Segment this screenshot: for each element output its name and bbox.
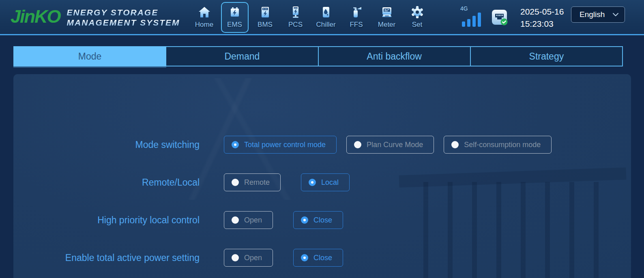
nav-label: Meter: [378, 21, 395, 29]
radio-selected-icon: [232, 141, 239, 148]
option-label: Open: [244, 254, 262, 262]
ems-icon: [228, 5, 242, 19]
radio-selected-icon: [309, 179, 316, 186]
form-row-remote-local: Remote/Local Remote Local: [13, 173, 631, 191]
ffs-icon: [349, 5, 364, 19]
option-label: Plan Curve Mode: [367, 141, 423, 149]
nav-item-set[interactable]: Set: [404, 2, 431, 33]
time-text: 15:23:03: [520, 18, 564, 30]
nav-label: Set: [412, 21, 423, 29]
signal-bars-icon: [459, 12, 483, 27]
nav-label: PCS: [288, 21, 303, 29]
nav-item-home[interactable]: Home: [191, 2, 218, 33]
option-open[interactable]: Open: [224, 211, 273, 229]
option-group: Open Close: [224, 249, 343, 267]
form-row-label: Enable total active power setting: [13, 252, 200, 263]
tab-demand[interactable]: Demand: [165, 46, 318, 66]
nav-item-ffs[interactable]: FFS: [343, 2, 370, 33]
tab-mode[interactable]: Mode: [13, 46, 166, 66]
form-row-label: Remote/Local: [13, 177, 200, 188]
system-title-line2: MANAGEMENT SYSTEM: [67, 17, 180, 28]
bms-icon: [258, 5, 273, 19]
date-text: 2025-05-16: [520, 6, 564, 18]
form-row-mode-switching: Mode switching Total power control mode …: [13, 136, 631, 154]
option-open[interactable]: Open: [224, 249, 273, 267]
meter-icon: [380, 5, 394, 19]
option-label: Self-consumption mode: [464, 141, 541, 149]
tab-label: Demand: [224, 51, 260, 62]
chiller-icon: [319, 5, 333, 19]
option-label: Close: [313, 254, 332, 262]
chevron-down-icon: [612, 13, 619, 17]
gear-icon: [410, 5, 425, 19]
radio-selected-icon: [301, 254, 308, 261]
datetime-display: 2025-05-16 15:23:03: [520, 6, 564, 30]
cellular-status: 4G: [459, 6, 484, 28]
option-local[interactable]: Local: [301, 173, 350, 191]
tab-label: Strategy: [529, 51, 564, 62]
ethernet-status: [491, 9, 509, 26]
mode-settings-form: Mode switching Total power control mode …: [13, 136, 631, 267]
tab-strategy[interactable]: Strategy: [470, 46, 623, 66]
tab-bar: Mode Demand Anti backflow Strategy: [13, 46, 623, 66]
radio-unselected-icon: [451, 141, 459, 148]
option-group: Open Close: [224, 211, 343, 229]
ethernet-connected-icon: [491, 9, 509, 26]
radio-unselected-icon: [232, 216, 239, 224]
network-type-label: 4G: [460, 5, 468, 12]
system-title: ENERGY STORAGE MANAGEMENT SYSTEM: [67, 7, 180, 28]
option-close[interactable]: Close: [293, 249, 343, 267]
nav-item-ems[interactable]: EMS: [221, 2, 249, 33]
option-remote[interactable]: Remote: [224, 173, 281, 191]
tab-label: Anti backflow: [367, 51, 422, 62]
option-label: Total power control mode: [244, 141, 326, 149]
tab-anti-backflow[interactable]: Anti backflow: [318, 46, 471, 66]
nav-label: EMS: [227, 21, 242, 29]
nav-label: Home: [195, 21, 213, 29]
nav-item-pcs[interactable]: PCS: [282, 2, 309, 33]
content-panel: Mode switching Total power control mode …: [13, 74, 631, 278]
radio-unselected-icon: [232, 179, 239, 186]
option-group: Total power control mode Plan Curve Mode…: [224, 136, 552, 154]
logo-jinko: JinKO: [11, 6, 60, 27]
brand-logo: JinKO ENERGY STORAGE MANAGEMENT SYSTEM: [11, 6, 180, 28]
option-plan-curve-mode[interactable]: Plan Curve Mode: [346, 136, 434, 154]
option-label: Remote: [244, 178, 270, 187]
app-header: JinKO ENERGY STORAGE MANAGEMENT SYSTEM H…: [0, 0, 644, 35]
option-label: Close: [313, 216, 332, 225]
form-row-label: Mode switching: [13, 139, 200, 150]
form-row-label: High priority local control: [13, 215, 200, 226]
option-group: Remote Local: [224, 173, 350, 191]
option-total-power-control-mode[interactable]: Total power control mode: [224, 136, 337, 154]
form-row-high-priority-local-control: High priority local control Open Close: [13, 211, 631, 229]
nav-label: Chiller: [316, 21, 335, 29]
home-icon: [197, 5, 212, 19]
tab-label: Mode: [78, 51, 102, 62]
nav-item-bms[interactable]: BMS: [251, 2, 279, 33]
radio-unselected-icon: [232, 254, 239, 261]
page: { "header": { "logo": "JinKO", "title_li…: [0, 0, 644, 278]
language-select[interactable]: English: [571, 6, 625, 23]
option-label: Open: [244, 216, 262, 225]
option-self-consumption-mode[interactable]: Self-consumption mode: [444, 136, 552, 154]
nav-label: FFS: [350, 21, 363, 29]
radio-selected-icon: [301, 216, 308, 224]
form-row-enable-total-active-power: Enable total active power setting Open C…: [13, 249, 631, 267]
main-nav: Home EMS BMS: [189, 2, 432, 33]
language-value: English: [580, 10, 605, 19]
nav-item-meter[interactable]: Meter: [373, 2, 401, 33]
nav-label: BMS: [258, 21, 273, 29]
nav-item-chiller[interactable]: Chiller: [312, 2, 340, 33]
option-close[interactable]: Close: [293, 211, 343, 229]
radio-unselected-icon: [354, 141, 361, 148]
option-label: Local: [321, 178, 339, 187]
system-title-line1: ENERGY STORAGE: [67, 7, 180, 17]
pcs-icon: [288, 5, 303, 19]
